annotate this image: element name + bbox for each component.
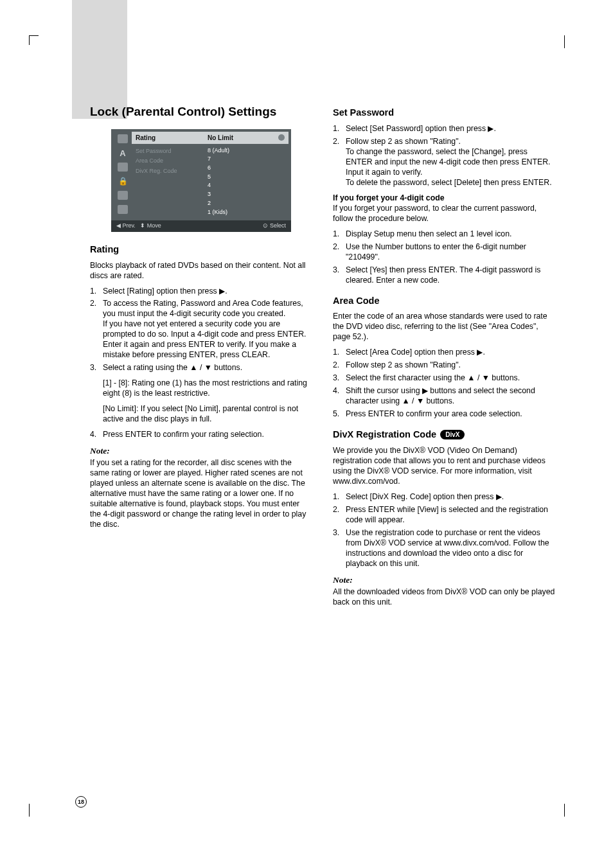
page-title: Lock (Parental Control) Settings xyxy=(90,104,312,120)
list-item: 2.Follow step 2 as shown "Rating". xyxy=(333,360,555,371)
divx-steps: 1.Select [DivX Reg. Code] option then pr… xyxy=(333,492,555,569)
forgot-heading: If you forget your 4-digit code xyxy=(333,193,555,204)
area-intro: Enter the code of an area whose standard… xyxy=(333,312,555,342)
ui-menu-column: Rating Set Password Area Code DivX Reg. … xyxy=(132,132,204,215)
rating-nolimit-note: [No Limit]: If you select [No Limit], pa… xyxy=(103,404,312,425)
list-item: 1.Select [Area Code] option then press ▶… xyxy=(333,348,555,358)
ui-footer-select: ⊙ Select xyxy=(263,222,286,230)
ui-menu-item: Area Code xyxy=(132,156,204,166)
ui-value: 2 xyxy=(204,199,289,208)
heading-rating: Rating xyxy=(90,244,312,256)
list-item: 4.Press ENTER to confirm your rating sel… xyxy=(90,430,312,440)
heading-divx-text: DivX Registration Code xyxy=(333,429,436,439)
forgot-intro: If you forget your password, to clear th… xyxy=(333,204,555,224)
ui-footer-move: ⬍ Move xyxy=(140,222,161,229)
list-item: 2.To access the Rating, Password and Are… xyxy=(90,299,312,360)
ui-tab-lock-icon: 🔒 xyxy=(118,177,128,186)
ui-value: 3 xyxy=(204,190,289,199)
ui-footer: ◀ Prev. ⬍ Move ⊙ Select xyxy=(111,220,291,232)
heading-area-code: Area Code xyxy=(333,295,555,307)
ui-tab-icon xyxy=(118,134,128,143)
ui-value: 6 xyxy=(204,164,289,173)
ui-tab-icon: A xyxy=(118,148,128,157)
list-item: 3.Use the registration code to purchase … xyxy=(333,528,555,569)
settings-ui-screenshot: A 🔒 Rating Set Password Area Code DivX R… xyxy=(111,129,291,232)
list-item: 5.Press ENTER to confirm your area code … xyxy=(333,409,555,420)
crop-mark xyxy=(564,35,565,48)
setpw-steps: 1.Select [Set Password] option then pres… xyxy=(333,124,555,188)
list-item: 1.Select [Rating] option then press ▶. xyxy=(90,287,312,297)
ui-tab-icon xyxy=(118,191,128,200)
list-item: 1.Display Setup menu then select an 1 le… xyxy=(333,229,555,240)
ui-value: 7 xyxy=(204,155,289,164)
crop-mark xyxy=(564,804,565,817)
divx-badge-icon: DivX xyxy=(440,430,465,439)
heading-divx: DivX Registration Code DivX xyxy=(333,429,555,441)
rating-range-note: [1] - [8]: Rating one (1) has the most r… xyxy=(103,378,312,399)
forgot-steps: 1.Display Setup menu then select an 1 le… xyxy=(333,229,555,286)
ui-values-column: No Limit 8 (Adult) 7 6 5 4 3 2 1 (Kids) xyxy=(204,132,289,215)
left-column: Lock (Parental Control) Settings A 🔒 Rat… xyxy=(90,104,312,613)
note-heading: Note: xyxy=(90,445,312,457)
ui-value: 8 (Adult) xyxy=(204,146,289,155)
ui-value-header: No Limit xyxy=(204,132,289,144)
ui-icon-column: A 🔒 xyxy=(114,132,132,215)
rating-intro: Blocks playback of rated DVDs based on t… xyxy=(90,261,312,281)
ui-menu-item: DivX Reg. Code xyxy=(132,166,204,177)
list-item: 4.Shift the cursor using ▶ buttons and s… xyxy=(333,386,555,407)
list-item: 2.Use the Number buttons to enter the 6-… xyxy=(333,242,555,263)
ui-footer-prev: ◀ Prev. xyxy=(116,222,136,229)
ui-value-header-text: No Limit xyxy=(208,134,233,142)
ui-selection-dot-icon xyxy=(278,134,285,141)
ui-value: 1 (Kids) xyxy=(204,208,289,217)
ui-value: 4 xyxy=(204,181,289,190)
rating-steps: 1.Select [Rating] option then press ▶. 2… xyxy=(90,287,312,374)
divx-intro: We provide you the DivX® VOD (Video On D… xyxy=(333,446,555,487)
list-item: 2.Press ENTER while [View] is selected a… xyxy=(333,505,555,526)
note-heading: Note: xyxy=(333,574,555,586)
note-body: All the downloaded videos from DivX® VOD… xyxy=(333,587,555,608)
header-gray-tab xyxy=(72,0,127,119)
note-body: If you set a rating for the recorder, al… xyxy=(90,458,312,530)
ui-value: 5 xyxy=(204,173,289,182)
crop-mark xyxy=(29,35,30,45)
ui-menu-header: Rating xyxy=(132,132,204,144)
list-item: 2.Follow step 2 as shown "Rating". To ch… xyxy=(333,137,555,188)
crop-mark xyxy=(29,804,30,817)
ui-menu-item: Set Password xyxy=(132,146,204,157)
list-item: 3.Select a rating using the ▲ / ▼ button… xyxy=(90,363,312,373)
ui-tab-icon xyxy=(118,163,128,172)
page-number: 18 xyxy=(75,796,87,808)
list-item: 1.Select [Set Password] option then pres… xyxy=(333,124,555,134)
ui-tab-icon xyxy=(118,205,128,214)
list-item: 3.Select [Yes] then press ENTER. The 4-d… xyxy=(333,265,555,286)
crop-mark xyxy=(29,35,39,36)
rating-steps-cont: 4.Press ENTER to confirm your rating sel… xyxy=(90,430,312,440)
page-content: Lock (Parental Control) Settings A 🔒 Rat… xyxy=(90,104,555,613)
heading-set-password: Set Password xyxy=(333,107,555,119)
right-column: Set Password 1.Select [Set Password] opt… xyxy=(333,104,555,613)
list-item: 3.Select the first character using the ▲… xyxy=(333,373,555,384)
list-item: 1.Select [DivX Reg. Code] option then pr… xyxy=(333,492,555,502)
area-steps: 1.Select [Area Code] option then press ▶… xyxy=(333,348,555,420)
